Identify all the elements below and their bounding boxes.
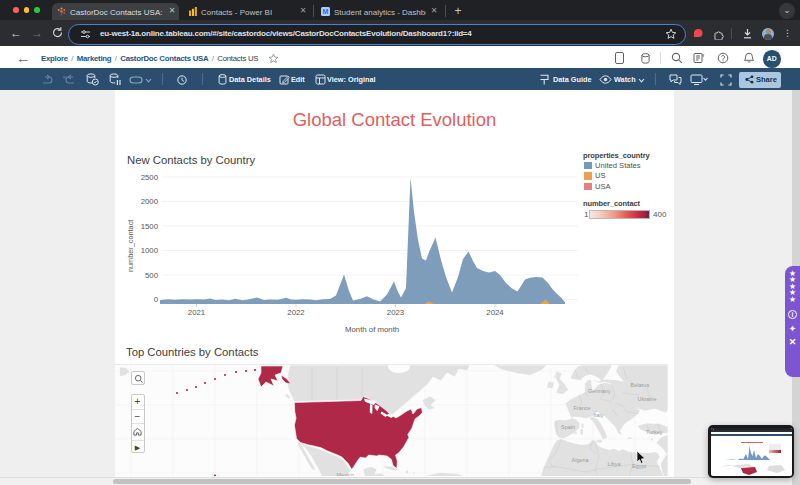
svg-text:2022: 2022: [287, 308, 304, 317]
svg-text:Spain: Spain: [561, 423, 575, 429]
svg-text:2024: 2024: [486, 308, 504, 317]
svg-text:1000: 1000: [141, 246, 159, 255]
svg-text:500: 500: [145, 271, 159, 280]
svg-text:2021: 2021: [188, 308, 205, 317]
svg-text:France: France: [574, 404, 591, 410]
svg-text:1500: 1500: [141, 222, 159, 231]
svg-text:Italy: Italy: [594, 411, 604, 417]
svg-text:2500: 2500: [141, 173, 159, 182]
svg-text:0: 0: [154, 295, 159, 304]
svg-text:Ukraine: Ukraine: [638, 395, 657, 401]
svg-text:2023: 2023: [387, 308, 404, 317]
svg-text:2000: 2000: [141, 197, 159, 206]
svg-text:Belarus: Belarus: [631, 381, 650, 387]
svg-text:Libya: Libya: [608, 460, 622, 466]
svg-text:Germany: Germany: [588, 388, 611, 394]
svg-text:Algeria: Algeria: [572, 456, 590, 462]
svg-text:Turkey: Turkey: [646, 428, 663, 434]
svg-text:Mexico: Mexico: [337, 471, 354, 476]
